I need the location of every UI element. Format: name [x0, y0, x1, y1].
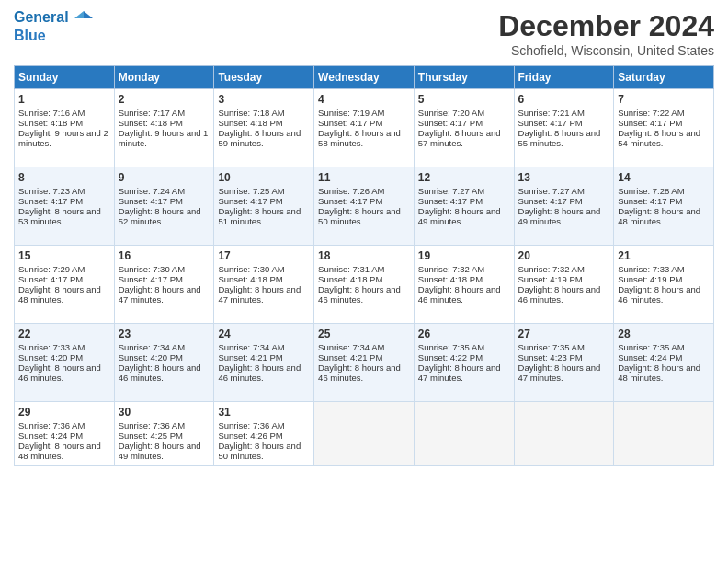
day-number: 12 — [418, 171, 510, 184]
day-of-week-header: Wednesday — [314, 66, 415, 89]
sunset-text: Sunset: 4:17 PM — [418, 118, 483, 128]
daylight-text: Daylight: 8 hours and 48 minutes. — [18, 284, 101, 304]
daylight-text: Daylight: 8 hours and 46 minutes. — [318, 284, 401, 304]
sunset-text: Sunset: 4:17 PM — [18, 274, 83, 284]
day-number: 18 — [318, 249, 410, 262]
calendar-week-row: 22Sunrise: 7:33 AMSunset: 4:20 PMDayligh… — [15, 324, 714, 402]
day-of-week-header: Friday — [514, 66, 614, 89]
daylight-text: Daylight: 8 hours and 46 minutes. — [318, 362, 401, 383]
calendar-day-cell — [514, 402, 614, 466]
sunset-text: Sunset: 4:17 PM — [518, 196, 583, 206]
calendar-day-cell: 6Sunrise: 7:21 AMSunset: 4:17 PMDaylight… — [514, 89, 614, 167]
calendar-day-cell: 12Sunrise: 7:27 AMSunset: 4:17 PMDayligh… — [414, 167, 514, 246]
daylight-text: Daylight: 8 hours and 58 minutes. — [318, 128, 401, 148]
calendar-table: SundayMondayTuesdayWednesdayThursdayFrid… — [14, 65, 714, 466]
day-number: 29 — [18, 406, 110, 419]
sunset-text: Sunset: 4:18 PM — [418, 274, 483, 284]
calendar-day-cell: 31Sunrise: 7:36 AMSunset: 4:26 PMDayligh… — [214, 402, 314, 466]
sunset-text: Sunset: 4:17 PM — [518, 118, 583, 128]
sunset-text: Sunset: 4:17 PM — [618, 118, 682, 128]
calendar-day-cell: 1Sunrise: 7:16 AMSunset: 4:18 PMDaylight… — [15, 89, 115, 167]
calendar-day-cell — [314, 402, 415, 466]
calendar-day-cell: 28Sunrise: 7:35 AMSunset: 4:24 PMDayligh… — [614, 324, 714, 402]
daylight-text: Daylight: 8 hours and 48 minutes. — [618, 206, 700, 226]
sunset-text: Sunset: 4:18 PM — [318, 274, 382, 284]
calendar-body: 1Sunrise: 7:16 AMSunset: 4:18 PMDaylight… — [15, 89, 714, 466]
calendar-day-cell: 30Sunrise: 7:36 AMSunset: 4:25 PMDayligh… — [114, 402, 214, 466]
calendar-day-cell: 20Sunrise: 7:32 AMSunset: 4:19 PMDayligh… — [514, 246, 614, 324]
sunrise-text: Sunrise: 7:34 AM — [318, 342, 384, 352]
calendar-day-cell: 22Sunrise: 7:33 AMSunset: 4:20 PMDayligh… — [15, 324, 115, 402]
sunrise-text: Sunrise: 7:16 AM — [18, 108, 85, 118]
calendar-day-cell: 3Sunrise: 7:18 AMSunset: 4:18 PMDaylight… — [214, 89, 314, 167]
calendar-day-cell: 5Sunrise: 7:20 AMSunset: 4:17 PMDaylight… — [414, 89, 514, 167]
day-number: 9 — [119, 171, 210, 184]
sunset-text: Sunset: 4:21 PM — [218, 352, 282, 362]
daylight-text: Daylight: 8 hours and 48 minutes. — [18, 441, 101, 461]
sunset-text: Sunset: 4:17 PM — [318, 118, 382, 128]
day-of-week-header: Sunday — [15, 66, 115, 89]
calendar-week-row: 15Sunrise: 7:29 AMSunset: 4:17 PMDayligh… — [15, 246, 714, 324]
day-number: 21 — [618, 249, 710, 262]
sunrise-text: Sunrise: 7:31 AM — [318, 264, 384, 274]
calendar-container: General Blue December 2024 Schofield, Wi… — [0, 0, 728, 563]
daylight-text: Daylight: 8 hours and 46 minutes. — [618, 284, 700, 304]
daylight-text: Daylight: 8 hours and 50 minutes. — [318, 206, 401, 226]
daylight-text: Daylight: 8 hours and 55 minutes. — [518, 128, 601, 148]
sunrise-text: Sunrise: 7:33 AM — [18, 342, 85, 352]
daylight-text: Daylight: 8 hours and 47 minutes. — [518, 362, 601, 383]
calendar-day-cell: 25Sunrise: 7:34 AMSunset: 4:21 PMDayligh… — [314, 324, 415, 402]
sunrise-text: Sunrise: 7:35 AM — [418, 342, 484, 352]
sunrise-text: Sunrise: 7:34 AM — [119, 342, 185, 352]
sunset-text: Sunset: 4:18 PM — [218, 274, 282, 284]
sunset-text: Sunset: 4:18 PM — [18, 118, 83, 128]
sunrise-text: Sunrise: 7:29 AM — [18, 264, 85, 274]
day-number: 23 — [119, 327, 210, 340]
sunrise-text: Sunrise: 7:20 AM — [418, 108, 484, 118]
sunset-text: Sunset: 4:22 PM — [418, 352, 483, 362]
sunrise-text: Sunrise: 7:18 AM — [218, 108, 284, 118]
sunset-text: Sunset: 4:20 PM — [18, 352, 83, 362]
sunset-text: Sunset: 4:17 PM — [119, 196, 183, 206]
daylight-text: Daylight: 8 hours and 47 minutes. — [218, 284, 301, 304]
calendar-day-cell: 23Sunrise: 7:34 AMSunset: 4:20 PMDayligh… — [114, 324, 214, 402]
sunrise-text: Sunrise: 7:36 AM — [119, 420, 185, 431]
day-number: 1 — [18, 93, 110, 106]
calendar-day-cell: 24Sunrise: 7:34 AMSunset: 4:21 PMDayligh… — [214, 324, 314, 402]
daylight-text: Daylight: 8 hours and 50 minutes. — [218, 441, 301, 461]
sunrise-text: Sunrise: 7:34 AM — [218, 342, 284, 352]
logo: General Blue — [14, 9, 93, 44]
sunrise-text: Sunrise: 7:36 AM — [218, 420, 284, 431]
day-number: 28 — [618, 327, 710, 340]
calendar-day-cell: 19Sunrise: 7:32 AMSunset: 4:18 PMDayligh… — [414, 246, 514, 324]
calendar-header-row: SundayMondayTuesdayWednesdayThursdayFrid… — [15, 66, 714, 89]
day-of-week-header: Monday — [114, 66, 214, 89]
day-of-week-header: Thursday — [414, 66, 514, 89]
sunrise-text: Sunrise: 7:19 AM — [318, 108, 384, 118]
daylight-text: Daylight: 8 hours and 57 minutes. — [418, 128, 501, 148]
calendar-day-cell: 2Sunrise: 7:17 AMSunset: 4:18 PMDaylight… — [114, 89, 214, 167]
calendar-day-cell: 17Sunrise: 7:30 AMSunset: 4:18 PMDayligh… — [214, 246, 314, 324]
day-number: 6 — [518, 93, 610, 106]
sunrise-text: Sunrise: 7:27 AM — [518, 186, 585, 196]
daylight-text: Daylight: 8 hours and 46 minutes. — [218, 362, 301, 383]
daylight-text: Daylight: 8 hours and 52 minutes. — [119, 206, 201, 226]
daylight-text: Daylight: 8 hours and 46 minutes. — [518, 284, 601, 304]
day-of-week-header: Saturday — [614, 66, 714, 89]
day-number: 26 — [418, 327, 510, 340]
day-number: 22 — [18, 327, 110, 340]
svg-marker-1 — [74, 11, 84, 18]
calendar-day-cell: 7Sunrise: 7:22 AMSunset: 4:17 PMDaylight… — [614, 89, 714, 167]
day-number: 10 — [218, 171, 310, 184]
day-number: 14 — [618, 171, 710, 184]
daylight-text: Daylight: 8 hours and 46 minutes. — [18, 362, 101, 383]
sunset-text: Sunset: 4:17 PM — [618, 196, 682, 206]
logo-text-general: General — [14, 9, 69, 25]
calendar-day-cell: 9Sunrise: 7:24 AMSunset: 4:17 PMDaylight… — [114, 167, 214, 246]
calendar-day-cell: 16Sunrise: 7:30 AMSunset: 4:17 PMDayligh… — [114, 246, 214, 324]
sunset-text: Sunset: 4:23 PM — [518, 352, 583, 362]
daylight-text: Daylight: 8 hours and 59 minutes. — [218, 128, 301, 148]
sunset-text: Sunset: 4:19 PM — [518, 274, 583, 284]
title-block: December 2024 Schofield, Wisconsin, Unit… — [498, 9, 714, 58]
sunrise-text: Sunrise: 7:27 AM — [418, 186, 484, 196]
